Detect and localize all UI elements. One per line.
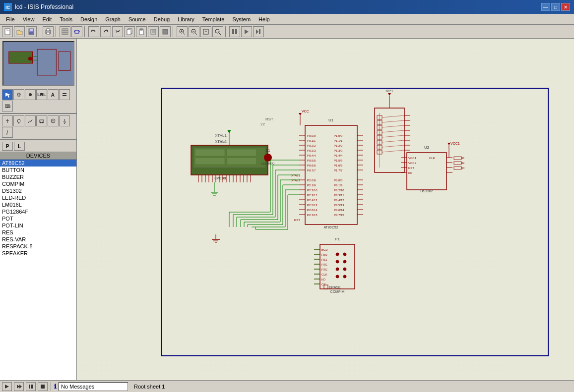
- device-item-respack8[interactable]: RESPACK-8: [0, 243, 76, 250]
- stop-button[interactable]: [38, 382, 48, 391]
- svg-rect-11: [62, 29, 68, 35]
- device-item-ds1302[interactable]: DS1302: [0, 187, 76, 194]
- svg-point-244: [343, 253, 346, 256]
- device-item-button[interactable]: BUTTON: [0, 167, 76, 173]
- sim-control-1[interactable]: [229, 26, 240, 37]
- svg-point-54: [29, 93, 32, 96]
- svg-text:I: I: [6, 132, 7, 135]
- tb-grid[interactable]: [60, 26, 70, 37]
- svg-marker-284: [19, 385, 22, 389]
- svg-text:P3.6/14: P3.6/14: [334, 209, 344, 212]
- device-item-res-var[interactable]: RES-VAR: [0, 236, 76, 243]
- generator-mode-btn[interactable]: [48, 115, 59, 126]
- sim-control-2[interactable]: [241, 26, 252, 37]
- save-button[interactable]: [26, 26, 37, 37]
- svg-text:LM016L: LM016L: [214, 176, 227, 180]
- canvas-area[interactable]: LCD1 LM016L: [77, 39, 574, 380]
- svg-point-243: [336, 253, 339, 256]
- menu-library[interactable]: Library: [174, 15, 198, 23]
- svg-text:ERASE: ERASE: [329, 285, 341, 289]
- menu-source[interactable]: Source: [125, 15, 150, 23]
- copy-button[interactable]: [124, 26, 135, 37]
- menu-graph[interactable]: Graph: [101, 15, 125, 23]
- menu-edit[interactable]: Edit: [38, 15, 56, 23]
- device-item-compim[interactable]: COMPIM: [0, 180, 76, 187]
- devices-label: DEVICES: [0, 152, 76, 160]
- svg-text:P2.7/15: P2.7/15: [307, 214, 318, 217]
- svg-text:D1: D1: [266, 149, 270, 152]
- text-mode-btn[interactable]: A: [48, 89, 59, 100]
- menu-view[interactable]: View: [19, 15, 39, 23]
- minimize-button[interactable]: —: [541, 3, 550, 11]
- pin-mode-btn[interactable]: [13, 115, 24, 126]
- graph-mode-btn[interactable]: [25, 115, 36, 126]
- device-item-pot[interactable]: POT: [0, 215, 76, 222]
- play-button[interactable]: [2, 382, 12, 391]
- voltage-probe-btn[interactable]: V: [59, 115, 70, 126]
- subcircuit-mode-btn[interactable]: SUB: [2, 101, 13, 112]
- device-item-pot-lin[interactable]: POT-LIN: [0, 222, 76, 229]
- menu-file[interactable]: File: [2, 15, 19, 23]
- svg-rect-24: [152, 30, 155, 33]
- schematic-canvas[interactable]: LCD1 LM016L: [77, 39, 574, 380]
- menu-tools[interactable]: Tools: [56, 15, 76, 23]
- devices-l-tab[interactable]: L: [14, 142, 25, 151]
- step-button[interactable]: [14, 382, 24, 391]
- new-button[interactable]: [2, 26, 13, 37]
- close-button[interactable]: ✕: [561, 3, 570, 11]
- device-item-at89c52[interactable]: AT89C52: [0, 160, 76, 167]
- svg-text:CLK: CLK: [429, 157, 435, 160]
- device-item-speaker[interactable]: SPEAKER: [0, 250, 76, 257]
- svg-text:P2.4/12: P2.4/12: [307, 199, 318, 202]
- device-item-buzzer[interactable]: BUZZER: [0, 173, 76, 180]
- print-button[interactable]: [43, 26, 54, 37]
- zoom-out-button[interactable]: [189, 26, 199, 37]
- menu-template[interactable]: Template: [198, 15, 229, 23]
- undo-button[interactable]: [88, 26, 99, 37]
- svg-point-101: [264, 154, 272, 162]
- svg-text:P0.5/5: P0.5/5: [307, 159, 316, 162]
- current-probe-btn[interactable]: I: [2, 127, 13, 138]
- component-mode-btn[interactable]: [13, 89, 24, 100]
- junction-mode-btn[interactable]: [25, 89, 36, 100]
- svg-text:R1: R1: [461, 157, 465, 160]
- terminal-btn[interactable]: [2, 115, 13, 126]
- svg-rect-81: [195, 158, 225, 165]
- cut-button[interactable]: ✂: [112, 26, 123, 37]
- window-controls[interactable]: — □ ✕: [541, 3, 570, 11]
- zoom-area-button[interactable]: [212, 26, 223, 37]
- open-button[interactable]: [14, 26, 25, 37]
- device-item-pg12864f[interactable]: PG12864F: [0, 208, 76, 215]
- maximize-button[interactable]: □: [551, 3, 560, 11]
- device-item-led-red[interactable]: LED-RED: [0, 194, 76, 201]
- device-item-lm016l[interactable]: LM016L: [0, 201, 76, 208]
- bus-mode-btn[interactable]: [59, 89, 70, 100]
- menu-design[interactable]: Design: [76, 15, 101, 23]
- svg-point-66: [42, 122, 44, 123]
- device-item-res[interactable]: RES: [0, 229, 76, 236]
- paste-button[interactable]: [136, 26, 147, 37]
- select-mode-btn[interactable]: [2, 89, 13, 100]
- sim-control-3[interactable]: [253, 26, 264, 37]
- menu-help[interactable]: Help: [255, 15, 274, 23]
- svg-text:RST: RST: [265, 117, 273, 121]
- svg-text:P2.3/11: P2.3/11: [307, 194, 318, 197]
- pause-button[interactable]: [26, 382, 36, 391]
- label-mode-btn[interactable]: LBL: [36, 89, 47, 100]
- tape-mode-btn[interactable]: [36, 115, 47, 126]
- redo-button[interactable]: [100, 26, 111, 37]
- zoom-fit-button[interactable]: [200, 26, 211, 37]
- menu-debug[interactable]: Debug: [150, 15, 174, 23]
- svg-rect-285: [29, 385, 30, 389]
- tb-block2[interactable]: [160, 26, 171, 37]
- device-list[interactable]: AT89C52 BUTTON BUZZER COMPIM DS1302 LED-…: [0, 160, 76, 380]
- svg-text:P0.0/0: P0.0/0: [307, 134, 316, 137]
- svg-line-36: [219, 33, 221, 35]
- devices-p-tab[interactable]: P: [2, 142, 13, 151]
- tb-component[interactable]: [71, 26, 82, 37]
- zoom-in-button[interactable]: [177, 26, 188, 37]
- svg-point-247: [336, 268, 339, 271]
- menu-system[interactable]: System: [228, 15, 255, 23]
- svg-text:P3.4/12: P3.4/12: [334, 199, 344, 202]
- tb-block1[interactable]: [148, 26, 159, 37]
